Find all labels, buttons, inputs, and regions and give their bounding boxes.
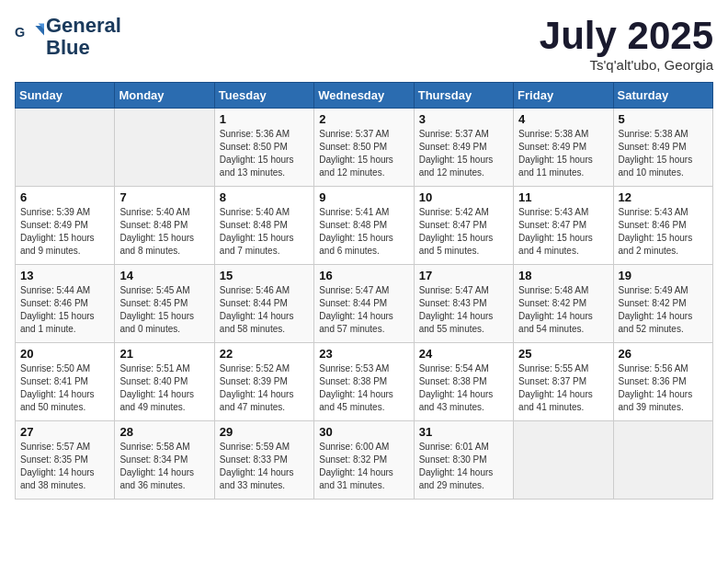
- day-number: 12: [619, 190, 708, 204]
- day-number: 7: [119, 190, 209, 204]
- cell-info: Sunrise: 5:45 AM Sunset: 8:45 PM Dayligh…: [119, 284, 209, 336]
- logo-icon: G: [15, 22, 44, 52]
- calendar-cell: [613, 421, 712, 500]
- day-number: 24: [419, 347, 508, 361]
- cell-info: Sunrise: 5:53 AM Sunset: 8:38 PM Dayligh…: [319, 362, 408, 414]
- day-number: 2: [319, 112, 408, 126]
- cell-info: Sunrise: 5:59 AM Sunset: 8:33 PM Dayligh…: [220, 441, 309, 492]
- cell-info: Sunrise: 5:40 AM Sunset: 8:48 PM Dayligh…: [119, 206, 209, 258]
- header-thursday: Thursday: [414, 83, 513, 109]
- calendar-cell: 14Sunrise: 5:45 AM Sunset: 8:45 PM Dayli…: [115, 265, 214, 343]
- cell-info: Sunrise: 5:46 AM Sunset: 8:44 PM Dayligh…: [220, 284, 309, 336]
- cell-info: Sunrise: 5:49 AM Sunset: 8:42 PM Dayligh…: [619, 284, 708, 336]
- day-number: 22: [220, 347, 309, 361]
- calendar-cell: 19Sunrise: 5:49 AM Sunset: 8:42 PM Dayli…: [613, 265, 712, 343]
- location: Ts'q'alt'ubo, Georgia: [540, 57, 713, 73]
- header-monday: Monday: [115, 83, 214, 109]
- cell-info: Sunrise: 5:48 AM Sunset: 8:42 PM Dayligh…: [518, 284, 608, 336]
- day-number: 9: [319, 190, 408, 204]
- day-number: 25: [518, 347, 608, 361]
- calendar-table: Sunday Monday Tuesday Wednesday Thursday…: [15, 82, 713, 500]
- calendar-cell: 8Sunrise: 5:40 AM Sunset: 8:48 PM Daylig…: [214, 187, 313, 265]
- cell-info: Sunrise: 5:42 AM Sunset: 8:47 PM Dayligh…: [419, 206, 508, 258]
- day-number: 13: [20, 269, 109, 282]
- day-number: 14: [119, 269, 209, 282]
- logo: G General Blue: [15, 15, 121, 59]
- day-number: 19: [619, 269, 708, 282]
- calendar-cell: 2Sunrise: 5:37 AM Sunset: 8:50 PM Daylig…: [314, 109, 414, 187]
- day-number: 26: [619, 347, 708, 361]
- cell-info: Sunrise: 5:47 AM Sunset: 8:43 PM Dayligh…: [419, 284, 508, 336]
- cell-info: Sunrise: 5:58 AM Sunset: 8:34 PM Dayligh…: [119, 441, 209, 492]
- day-number: 4: [518, 112, 608, 126]
- day-number: 29: [220, 425, 309, 439]
- day-number: 17: [419, 269, 508, 282]
- calendar-cell: 12Sunrise: 5:43 AM Sunset: 8:46 PM Dayli…: [613, 187, 712, 265]
- calendar-cell: 17Sunrise: 5:47 AM Sunset: 8:43 PM Dayli…: [414, 265, 513, 343]
- calendar-cell: 16Sunrise: 5:47 AM Sunset: 8:44 PM Dayli…: [314, 265, 414, 343]
- calendar-cell: 30Sunrise: 6:00 AM Sunset: 8:32 PM Dayli…: [314, 421, 414, 500]
- header-tuesday: Tuesday: [214, 83, 313, 109]
- cell-info: Sunrise: 5:52 AM Sunset: 8:39 PM Dayligh…: [220, 362, 309, 414]
- day-number: 30: [319, 425, 408, 439]
- cell-info: Sunrise: 5:56 AM Sunset: 8:36 PM Dayligh…: [619, 362, 708, 414]
- svg-text:G: G: [15, 25, 25, 40]
- calendar-cell: 7Sunrise: 5:40 AM Sunset: 8:48 PM Daylig…: [115, 187, 214, 265]
- day-number: 31: [419, 425, 508, 439]
- logo-text: General Blue: [46, 15, 121, 59]
- day-number: 20: [20, 347, 109, 361]
- cell-info: Sunrise: 5:38 AM Sunset: 8:49 PM Dayligh…: [518, 128, 608, 179]
- calendar-cell: 28Sunrise: 5:58 AM Sunset: 8:34 PM Dayli…: [115, 421, 214, 500]
- day-number: 28: [119, 425, 209, 439]
- day-number: 21: [119, 347, 209, 361]
- calendar-cell: 6Sunrise: 5:39 AM Sunset: 8:49 PM Daylig…: [16, 187, 115, 265]
- calendar-cell: [514, 421, 613, 500]
- cell-info: Sunrise: 6:01 AM Sunset: 8:30 PM Dayligh…: [419, 441, 508, 492]
- calendar-week-1: 1Sunrise: 5:36 AM Sunset: 8:50 PM Daylig…: [16, 109, 713, 187]
- cell-info: Sunrise: 6:00 AM Sunset: 8:32 PM Dayligh…: [319, 441, 408, 492]
- calendar-cell: 15Sunrise: 5:46 AM Sunset: 8:44 PM Dayli…: [214, 265, 313, 343]
- day-number: 3: [419, 112, 508, 126]
- day-number: 5: [619, 112, 708, 126]
- cell-info: Sunrise: 5:54 AM Sunset: 8:38 PM Dayligh…: [419, 362, 508, 414]
- day-number: 11: [518, 190, 608, 204]
- cell-info: Sunrise: 5:50 AM Sunset: 8:41 PM Dayligh…: [20, 362, 109, 414]
- calendar-week-3: 13Sunrise: 5:44 AM Sunset: 8:46 PM Dayli…: [16, 265, 713, 343]
- calendar-cell: 29Sunrise: 5:59 AM Sunset: 8:33 PM Dayli…: [214, 421, 313, 500]
- calendar-cell: 18Sunrise: 5:48 AM Sunset: 8:42 PM Dayli…: [514, 265, 613, 343]
- calendar-cell: 22Sunrise: 5:52 AM Sunset: 8:39 PM Dayli…: [214, 343, 313, 421]
- calendar-cell: 23Sunrise: 5:53 AM Sunset: 8:38 PM Dayli…: [314, 343, 414, 421]
- calendar-week-2: 6Sunrise: 5:39 AM Sunset: 8:49 PM Daylig…: [16, 187, 713, 265]
- calendar-cell: 25Sunrise: 5:55 AM Sunset: 8:37 PM Dayli…: [514, 343, 613, 421]
- calendar-cell: 24Sunrise: 5:54 AM Sunset: 8:38 PM Dayli…: [414, 343, 513, 421]
- header-saturday: Saturday: [613, 83, 712, 109]
- day-number: 15: [220, 269, 309, 282]
- cell-info: Sunrise: 5:37 AM Sunset: 8:50 PM Dayligh…: [319, 128, 408, 179]
- cell-info: Sunrise: 5:39 AM Sunset: 8:49 PM Dayligh…: [20, 206, 109, 258]
- calendar-cell: 5Sunrise: 5:38 AM Sunset: 8:49 PM Daylig…: [613, 109, 712, 187]
- calendar-cell: 31Sunrise: 6:01 AM Sunset: 8:30 PM Dayli…: [414, 421, 513, 500]
- calendar-cell: 26Sunrise: 5:56 AM Sunset: 8:36 PM Dayli…: [613, 343, 712, 421]
- calendar-cell: 20Sunrise: 5:50 AM Sunset: 8:41 PM Dayli…: [16, 343, 115, 421]
- month-title: July 2025: [540, 15, 713, 57]
- day-number: 27: [20, 425, 109, 439]
- calendar-cell: 21Sunrise: 5:51 AM Sunset: 8:40 PM Dayli…: [115, 343, 214, 421]
- header-wednesday: Wednesday: [314, 83, 414, 109]
- calendar-cell: [115, 109, 214, 187]
- cell-info: Sunrise: 5:44 AM Sunset: 8:46 PM Dayligh…: [20, 284, 109, 336]
- day-number: 6: [20, 190, 109, 204]
- header-sunday: Sunday: [16, 83, 115, 109]
- day-number: 23: [319, 347, 408, 361]
- calendar-cell: 27Sunrise: 5:57 AM Sunset: 8:35 PM Dayli…: [16, 421, 115, 500]
- header: G General Blue July 2025 Ts'q'alt'ubo, G…: [15, 15, 713, 73]
- calendar-cell: 4Sunrise: 5:38 AM Sunset: 8:49 PM Daylig…: [514, 109, 613, 187]
- cell-info: Sunrise: 5:36 AM Sunset: 8:50 PM Dayligh…: [220, 128, 309, 179]
- cell-info: Sunrise: 5:43 AM Sunset: 8:46 PM Dayligh…: [619, 206, 708, 258]
- calendar-cell: 3Sunrise: 5:37 AM Sunset: 8:49 PM Daylig…: [414, 109, 513, 187]
- calendar-week-4: 20Sunrise: 5:50 AM Sunset: 8:41 PM Dayli…: [16, 343, 713, 421]
- calendar-cell: 10Sunrise: 5:42 AM Sunset: 8:47 PM Dayli…: [414, 187, 513, 265]
- calendar-cell: 13Sunrise: 5:44 AM Sunset: 8:46 PM Dayli…: [16, 265, 115, 343]
- title-area: July 2025 Ts'q'alt'ubo, Georgia: [540, 15, 713, 73]
- cell-info: Sunrise: 5:41 AM Sunset: 8:48 PM Dayligh…: [319, 206, 408, 258]
- cell-info: Sunrise: 5:40 AM Sunset: 8:48 PM Dayligh…: [220, 206, 309, 258]
